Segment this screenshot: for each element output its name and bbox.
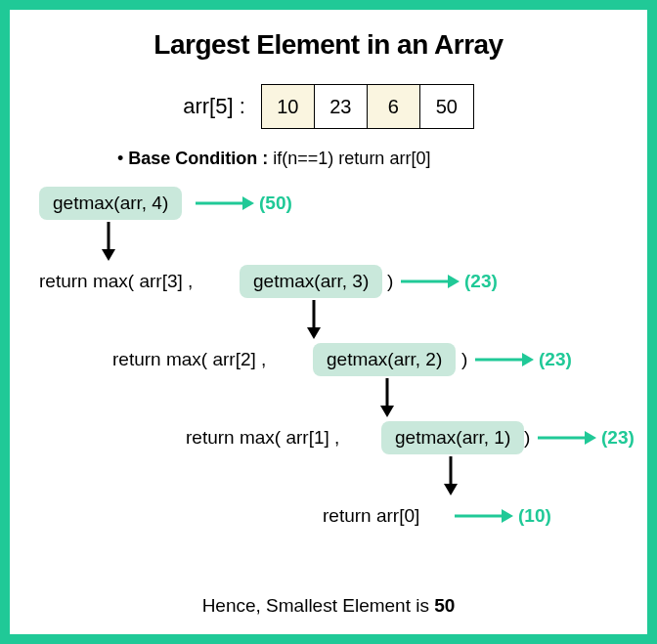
array-cell: 6 <box>368 85 420 128</box>
svg-marker-7 <box>307 327 321 339</box>
svg-marker-5 <box>448 275 460 288</box>
result-value: (50) <box>259 193 292 214</box>
arrow-right-icon <box>455 505 513 527</box>
return-text: return arr[0] <box>323 505 419 527</box>
arrow-right-icon <box>196 193 254 214</box>
return-text: return max( arr[2] , <box>112 349 266 370</box>
array-display: arr[5] : 10 23 6 50 <box>39 84 618 129</box>
arrow-down-icon <box>440 456 461 499</box>
svg-marker-3 <box>102 249 115 261</box>
arrow-down-icon <box>303 300 325 343</box>
base-condition-label: Base Condition : <box>128 149 268 168</box>
svg-marker-15 <box>444 484 458 495</box>
svg-marker-1 <box>242 196 254 210</box>
conclusion-text: Hence, Smallest Element is 50 <box>10 595 647 617</box>
base-condition-code: if(n==1) return arr[0] <box>273 149 430 168</box>
arrow-right-icon <box>475 349 534 370</box>
page-title: Largest Element in an Array <box>39 29 618 61</box>
array-cells: 10 23 6 50 <box>261 84 474 129</box>
arrow-down-icon <box>98 222 119 265</box>
result-value: (10) <box>518 505 551 527</box>
diagram-frame: Largest Element in an Array arr[5] : 10 … <box>0 0 657 644</box>
call-chip: getmax(arr, 2) <box>313 343 456 376</box>
arrow-right-icon <box>401 271 460 292</box>
conclusion-value: 50 <box>434 595 455 616</box>
return-text: return max( arr[1] , <box>186 427 339 449</box>
array-cell: 10 <box>262 85 315 128</box>
call-chip: getmax(arr, 3) <box>240 265 382 298</box>
base-condition: • Base Condition : if(n==1) return arr[0… <box>117 149 618 169</box>
array-label: arr[5] : <box>183 94 245 119</box>
svg-marker-9 <box>522 353 534 366</box>
array-cell: 50 <box>420 85 473 128</box>
recursion-stage: getmax(arr, 4) (50) return max( arr[3] ,… <box>39 187 618 597</box>
svg-marker-11 <box>380 406 394 417</box>
result-value: (23) <box>464 271 498 292</box>
arrow-right-icon <box>538 427 596 449</box>
arrow-down-icon <box>376 378 398 421</box>
paren-close: ) <box>387 271 393 292</box>
array-cell: 23 <box>315 85 368 128</box>
paren-close: ) <box>524 427 530 449</box>
svg-marker-13 <box>585 431 596 445</box>
svg-marker-17 <box>502 509 513 523</box>
return-text: return max( arr[3] , <box>39 271 193 292</box>
paren-close: ) <box>461 349 467 370</box>
result-value: (23) <box>601 427 635 449</box>
call-chip: getmax(arr, 1) <box>381 421 524 454</box>
result-value: (23) <box>539 349 572 370</box>
call-chip: getmax(arr, 4) <box>39 187 182 220</box>
conclusion-prefix: Hence, Smallest Element is <box>202 595 435 616</box>
